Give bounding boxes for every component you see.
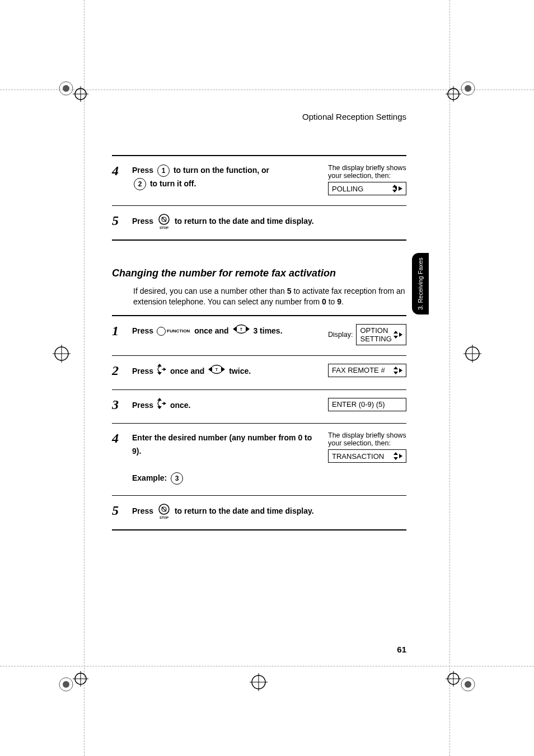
svg-marker-53 [157,398,162,401]
step-row: 2 Press once and T twice. FAX REMOTE # [112,355,406,389]
svg-marker-44 [157,372,162,375]
lcd-display: FAX REMOTE # [328,364,406,377]
step-number: 4 [112,431,124,485]
step-number: 5 [112,504,124,519]
chapter-tab: 3. Receiving Faxes [412,253,429,314]
key-1-icon: 1 [157,165,170,177]
lcd-display: ENTER (0-9) (5) [328,398,406,411]
lcd-display: TRANSACTION [328,449,406,463]
step-instruction: Press 1 to turn on the function, or 2 to… [132,164,320,195]
step-row: 3 Press once. ENTER (0-9) (5) [112,389,406,424]
step-instruction: Press STOP to return to the date and tim… [132,504,406,519]
svg-marker-32 [399,186,402,191]
svg-point-1 [63,85,69,92]
step-row: 5 Press STOP to return to the date and t… [112,495,406,530]
svg-marker-42 [399,332,402,337]
svg-point-6 [465,85,471,92]
step-number: 3 [112,398,124,414]
stop-button-icon: STOP [157,214,171,229]
step-instruction: Enter the desired number (any number fro… [132,431,320,485]
registration-mark-icon [246,670,271,694]
registration-mark-icon [444,661,478,694]
step-instruction: Press once. [132,398,320,414]
registration-mark-icon [49,341,74,366]
lcd-display: OPTION SETTING [356,324,406,345]
page-number: 61 [397,645,406,654]
svg-text:T: T [216,368,218,372]
section-heading: Changing the number for remote fax activ… [112,267,406,279]
svg-marker-52 [399,368,402,373]
svg-marker-41 [394,336,398,339]
key-2-icon: 2 [134,178,146,190]
crop-guide [449,0,450,756]
svg-marker-51 [394,372,398,374]
step-side: The display briefly shows your selection… [328,431,406,485]
step-row: 4 Press 1 to turn on the function, or 2 … [112,155,406,205]
svg-marker-49 [221,367,225,372]
svg-point-11 [63,681,69,688]
svg-marker-47 [208,367,212,372]
left-right-nav-icon: T [208,364,225,379]
svg-text:STOP: STOP [160,226,168,229]
svg-marker-40 [394,331,398,334]
svg-marker-50 [394,367,398,369]
svg-marker-31 [392,190,397,192]
step-number: 2 [112,364,124,379]
svg-marker-46 [163,368,166,371]
nav-arrows-icon [394,452,402,460]
key-3-icon: 3 [171,472,183,485]
right-nav-icon [157,364,166,379]
svg-text:T: T [240,327,242,331]
registration-mark-icon [56,78,90,112]
step-number: 4 [112,164,124,195]
step-number: 1 [112,324,124,345]
step-number: 5 [112,214,124,229]
svg-marker-56 [163,402,166,405]
section-intro: If desired, you can use a number other t… [133,286,406,307]
nav-arrows-icon [392,185,402,192]
registration-mark-icon [56,661,90,694]
step-side: Display: OPTION SETTING [328,324,406,345]
step-instruction: Press STOP to return to the date and tim… [132,214,406,229]
nav-arrows-icon [394,331,402,339]
svg-marker-59 [399,454,402,458]
svg-point-16 [465,681,471,688]
registration-mark-icon [444,78,478,112]
step-side: ENTER (0-9) (5) [328,398,406,414]
chapter-tab-label: 3. Receiving Faxes [417,257,424,310]
stop-button-icon: STOP [157,504,171,519]
svg-marker-43 [157,364,162,367]
step-instruction: Press FUNCTION once and T 3 times. [132,324,320,345]
function-button-icon [157,327,166,336]
left-right-nav-icon: T [233,324,250,339]
step-instruction: Press once and T twice. [132,364,320,379]
step-row: 4 Enter the desired number (any number f… [112,423,406,495]
right-nav-icon [157,398,166,414]
svg-text:STOP: STOP [160,516,168,519]
svg-marker-54 [157,406,162,409]
svg-marker-57 [394,452,398,455]
svg-marker-30 [392,185,397,187]
step-row: 5 Press STOP to return to the date and t… [112,205,406,241]
lcd-display: POLLING [328,182,406,195]
registration-mark-icon [460,341,485,366]
page-header: Optional Reception Settings [112,112,406,121]
step-side: The display briefly shows your selection… [328,164,406,195]
step-row: 1 Press FUNCTION once and T 3 times. Dis… [112,315,406,355]
svg-marker-39 [246,326,250,332]
svg-marker-37 [233,326,237,332]
svg-marker-58 [394,457,398,460]
nav-arrows-icon [394,367,402,374]
crop-guide [84,0,85,756]
step-side: FAX REMOTE # [328,364,406,379]
